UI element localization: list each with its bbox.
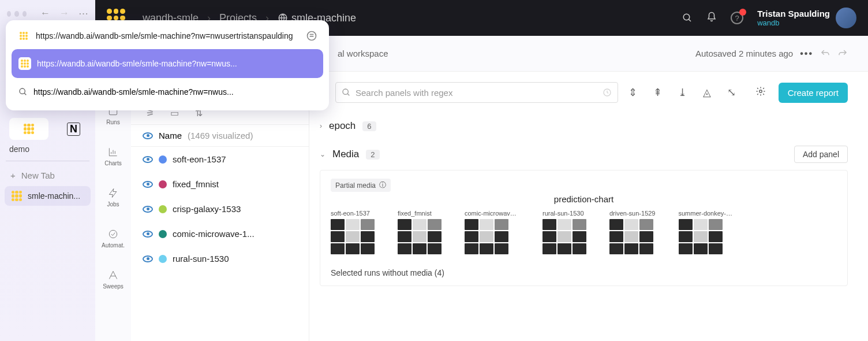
run-name: comic-microwave-1... <box>173 229 255 239</box>
chart-title: prediction-chart <box>331 194 837 204</box>
gear-icon[interactable] <box>755 86 766 97</box>
user-name: Tristan Spaulding <box>757 9 830 18</box>
runs-header: Name (1469 visualized) <box>131 124 309 147</box>
svg-line-4 <box>347 94 349 95</box>
iron-icon[interactable]: ◬ <box>703 86 711 99</box>
search-placeholder: Search panels with regex <box>356 88 452 98</box>
create-report-button[interactable]: Create report <box>779 83 848 103</box>
thumb-grid <box>609 219 653 254</box>
partial-media-pill: Partial media ⓘ <box>331 179 391 192</box>
eye-icon[interactable] <box>143 132 153 139</box>
thumb-column[interactable]: comic-microwave-... <box>465 210 519 254</box>
back-icon[interactable]: ← <box>40 8 50 20</box>
fullscreen-icon[interactable]: ⤡ <box>727 86 736 99</box>
url-suggestion-2[interactable]: https://wandb.ai/wandb-smle/smle-machine… <box>12 79 323 105</box>
url-input[interactable]: https://wandb.ai/wandb-smle/smle-machine… <box>36 31 300 40</box>
user-org: wandb <box>757 18 830 27</box>
window-max[interactable] <box>23 11 27 17</box>
run-row[interactable]: rural-sun-1530 <box>131 246 309 271</box>
svg-point-3 <box>343 89 348 94</box>
chevron-right-icon: › <box>320 122 322 130</box>
nav-sweeps[interactable]: Sweeps <box>95 269 131 290</box>
more-icon[interactable]: ••• <box>800 49 813 59</box>
svg-point-14 <box>20 88 25 94</box>
nav-automat[interactable]: Automat. <box>95 228 131 249</box>
space-notion-icon[interactable]: N <box>67 123 80 136</box>
visualized-count: (1469 visualized) <box>188 131 253 140</box>
thumb-label: driven-sun-1529 <box>609 210 656 217</box>
eye-icon[interactable] <box>143 231 153 238</box>
window-min[interactable] <box>14 11 18 17</box>
eye-icon[interactable] <box>143 206 153 213</box>
run-row[interactable]: crisp-galaxy-1533 <box>131 197 309 221</box>
run-color-dot <box>159 180 167 188</box>
run-row[interactable]: fixed_fmnist <box>131 172 309 197</box>
name-col-label: Name <box>159 131 182 140</box>
site-favicon <box>17 29 30 42</box>
collapse-icon[interactable]: ⇞ <box>653 86 662 99</box>
run-row[interactable]: soft-eon-1537 <box>131 147 309 172</box>
redo-icon[interactable] <box>837 49 848 59</box>
run-color-dot <box>159 205 167 213</box>
media-panel: Partial media ⓘ prediction-chart soft-eo… <box>320 170 848 286</box>
thumb-label: comic-microwave-... <box>465 210 519 217</box>
svg-line-2 <box>689 19 691 21</box>
help-badge <box>739 9 746 16</box>
chevron-down-icon: ⌄ <box>320 150 326 158</box>
notifications-icon[interactable] <box>706 12 717 24</box>
thumb-column[interactable]: soft-eon-1537 <box>331 210 375 254</box>
user-menu[interactable]: Tristan Spaulding wandb <box>757 8 856 28</box>
epoch-count: 6 <box>362 121 376 131</box>
eye-icon[interactable] <box>143 181 153 188</box>
thumb-label: fixed_fmnist <box>398 210 432 217</box>
run-color-dot <box>159 255 167 263</box>
thumb-grid <box>331 219 375 254</box>
autosaved-text: Autosaved 2 minutes ago <box>695 49 793 58</box>
tab-label: smle-machin... <box>28 191 80 201</box>
search-panels-input[interactable]: Search panels with regex <box>335 82 618 103</box>
url-bar-popup: https://wandb.ai/wandb-smle/smle-machine… <box>6 20 329 110</box>
media-count: 2 <box>366 150 379 160</box>
browser-menu-icon[interactable]: ⋯ <box>78 8 88 20</box>
nav-charts[interactable]: Charts <box>95 146 131 166</box>
window-close[interactable] <box>7 11 11 17</box>
search-icon <box>18 87 28 97</box>
download-icon[interactable]: ⤓ <box>678 86 687 99</box>
runs-panel: Search runs .* ⚞ ▭ ⇅ Name (1469 visualiz… <box>131 72 309 341</box>
thumb-column[interactable]: fixed_fmnist <box>398 210 442 254</box>
runs-without-media: Selected runs without media (4) <box>331 268 837 277</box>
nav-jobs[interactable]: Jobs <box>95 187 131 207</box>
eye-icon[interactable] <box>143 156 153 163</box>
space-label: demo <box>0 140 95 158</box>
run-color-dot <box>159 155 167 164</box>
forward-icon[interactable]: → <box>59 8 69 20</box>
recent-icon[interactable] <box>603 88 612 97</box>
undo-icon[interactable] <box>820 49 830 59</box>
new-tab-button[interactable]: +New Tab <box>0 166 95 185</box>
tool-row: Search panels with regex ⇕ ⇞ ⤓ ◬ ⤡ Creat… <box>309 72 868 113</box>
tab-smle-machine[interactable]: smle-machin... <box>5 186 91 206</box>
thumb-column[interactable]: summer-donkey-1... <box>679 210 734 254</box>
svg-point-6 <box>760 90 762 93</box>
run-name: crisp-galaxy-1533 <box>173 204 241 214</box>
section-epoch[interactable]: › epoch 6 <box>320 113 848 139</box>
site-settings-icon[interactable] <box>306 30 317 42</box>
thumb-column[interactable]: driven-sun-1529 <box>609 210 656 254</box>
run-name: rural-sun-1530 <box>173 254 229 264</box>
help-icon[interactable]: ? <box>731 12 743 24</box>
url-suggestion-1[interactable]: https://wandb.ai/wandb-smle/smle-machine… <box>12 49 323 78</box>
section-media[interactable]: ⌄ Media 2 Add panel <box>320 139 848 170</box>
eye-icon[interactable] <box>143 255 153 262</box>
space-wandb[interactable] <box>9 118 48 140</box>
run-row[interactable]: comic-microwave-1... <box>131 221 309 246</box>
avatar[interactable] <box>836 8 856 28</box>
thumb-grid <box>542 219 586 254</box>
thumb-column[interactable]: rural-sun-1530 <box>542 210 586 254</box>
thumb-label: summer-donkey-1... <box>679 210 734 217</box>
add-panel-button[interactable]: Add panel <box>794 146 848 163</box>
expand-vertical-icon[interactable]: ⇕ <box>628 86 637 99</box>
run-color-dot <box>159 230 167 238</box>
search-icon[interactable] <box>682 13 693 23</box>
info-icon[interactable]: ⓘ <box>379 180 386 190</box>
thumb-grid <box>398 219 442 254</box>
